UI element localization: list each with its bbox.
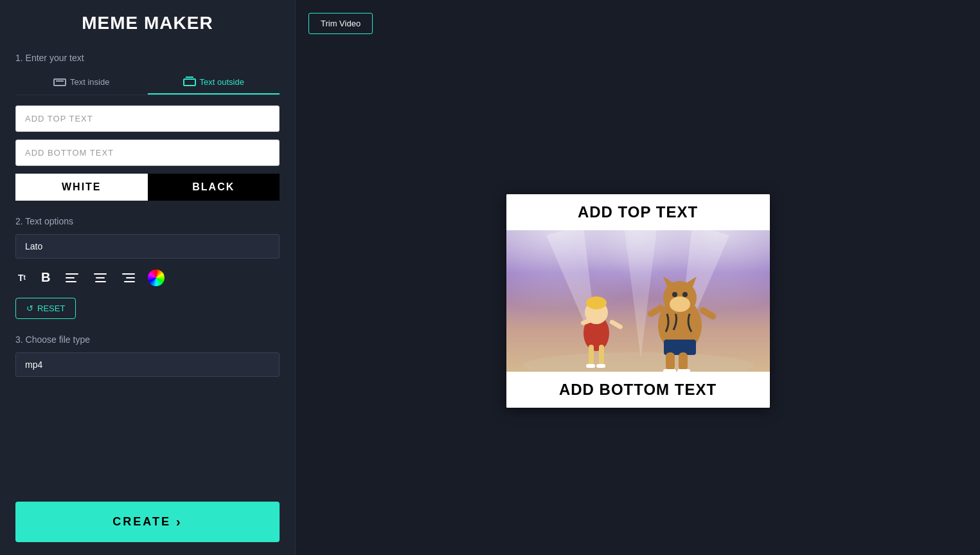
svg-rect-2	[589, 345, 594, 365]
svg-point-5	[586, 296, 607, 309]
font-select[interactable]: Lato Arial Impact	[15, 234, 280, 259]
font-size-button[interactable]: Tt	[15, 270, 28, 286]
reset-label: RESET	[37, 304, 65, 313]
section3-label: 3. Choose file type	[15, 334, 280, 345]
svg-rect-8	[586, 364, 595, 368]
meme-top-text: ADD TOP TEXT	[506, 194, 770, 230]
black-button[interactable]: BLACK	[148, 174, 280, 201]
section2-label: 2. Text options	[15, 216, 280, 226]
create-chevron-icon: ›	[176, 514, 183, 529]
right-panel: Trim Video ADD TOP TEXT	[296, 0, 980, 555]
meme-bottom-text: ADD BOTTOM TEXT	[506, 372, 770, 408]
align-right-button[interactable]	[120, 271, 138, 285]
tab-text-outside[interactable]: Text outside	[148, 71, 280, 95]
svg-rect-22	[663, 369, 676, 372]
align-left-button[interactable]	[63, 271, 81, 285]
bold-icon: B	[41, 270, 50, 285]
svg-point-18	[672, 292, 677, 297]
align-left-icon	[66, 273, 78, 282]
text-format-row: Tt B	[15, 268, 280, 287]
top-text-input[interactable]	[15, 105, 280, 132]
svg-rect-12	[666, 352, 675, 370]
section1-label: 1. Enter your text	[15, 53, 280, 63]
color-buttons: WHITE BLACK	[15, 174, 280, 201]
text-tabs: Text inside Text outside	[15, 71, 280, 95]
bottom-text-input[interactable]	[15, 140, 280, 166]
tab-outside-label: Text outside	[200, 77, 244, 87]
text-outside-icon	[183, 78, 196, 86]
tt-sub-icon: t	[24, 274, 26, 281]
file-type-section: mp4 gif mp3	[15, 352, 280, 377]
trim-video-button[interactable]: Trim Video	[308, 13, 373, 34]
white-button[interactable]: WHITE	[15, 174, 148, 201]
reset-button[interactable]: ↺ RESET	[15, 298, 76, 319]
tab-inside-label: Text inside	[70, 77, 109, 87]
characters-svg	[506, 230, 770, 372]
align-center-button[interactable]	[91, 271, 109, 285]
svg-rect-23	[677, 369, 690, 372]
align-right-icon	[122, 273, 135, 282]
create-button[interactable]: CREATE ›	[15, 502, 280, 542]
color-picker-button[interactable]	[148, 269, 165, 286]
align-center-icon	[94, 273, 107, 282]
meme-image	[506, 230, 770, 372]
app-title: MEME MAKER	[15, 13, 280, 33]
svg-rect-7	[609, 319, 623, 330]
preview-area: ADD TOP TEXT	[308, 60, 967, 542]
text-inside-icon	[53, 78, 66, 86]
svg-point-19	[682, 292, 688, 297]
reset-icon: ↺	[26, 304, 33, 313]
svg-rect-3	[599, 345, 604, 365]
svg-rect-9	[596, 364, 605, 368]
svg-rect-21	[699, 306, 717, 321]
svg-point-0	[522, 352, 754, 372]
svg-rect-13	[679, 352, 688, 370]
file-type-select[interactable]: mp4 gif mp3	[15, 352, 280, 377]
svg-point-17	[670, 296, 690, 312]
bold-button[interactable]: B	[39, 268, 53, 287]
meme-preview: ADD TOP TEXT	[506, 194, 770, 408]
text-options-section: Lato Arial Impact Tt B	[15, 234, 280, 319]
create-label: CREATE	[112, 515, 171, 529]
tt-icon: T	[18, 273, 24, 283]
left-panel: MEME MAKER 1. Enter your text Text insid…	[0, 0, 296, 555]
tab-text-inside[interactable]: Text inside	[15, 71, 148, 95]
